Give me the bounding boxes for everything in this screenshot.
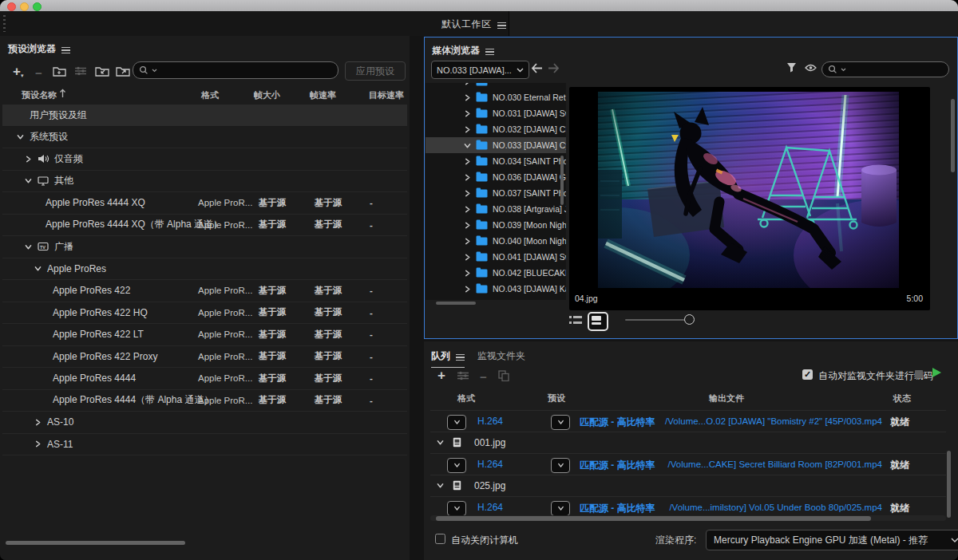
preset-row[interactable]: Apple ProRes 422 HQApple ProR...基于源基于源-: [2, 302, 407, 325]
stop-queue-button[interactable]: [915, 370, 923, 378]
job-output-path-link[interactable]: /Volume...imilstory] Vol.05 Under Boob 8…: [669, 503, 882, 512]
renderer-dropdown[interactable]: Mercury Playback Engine GPU 加速 (Metal) -…: [706, 530, 958, 550]
preview-vertical-scrollbar[interactable]: [951, 99, 955, 172]
chevron-closed-icon[interactable]: [464, 158, 471, 165]
queue-source-row[interactable]: 001.jpg: [430, 432, 946, 454]
preset-horizontal-scrollbar[interactable]: [6, 541, 185, 545]
media-panel-menu-icon[interactable]: [485, 49, 494, 55]
preset-dropdown-button[interactable]: [551, 501, 570, 516]
column-header-target-rate[interactable]: 目标速率: [369, 89, 404, 101]
tree-item[interactable]: NO.030 Eternal Return: [426, 89, 566, 105]
job-output-path-link[interactable]: /Volume...O.02 [DJAWA] "Bomistry #2" [45…: [665, 416, 882, 426]
remove-preset-button[interactable]: −: [35, 69, 42, 78]
preset-settings-icon[interactable]: [74, 66, 87, 76]
duplicate-job-icon[interactable]: [498, 370, 509, 381]
media-path-dropdown[interactable]: NO.033 [DJAWA]...: [431, 61, 529, 79]
preset-group-row[interactable]: 仅音频: [2, 148, 407, 171]
job-settings-icon[interactable]: [457, 371, 469, 381]
queue-source-row[interactable]: 025.jpg: [430, 475, 946, 497]
preset-row[interactable]: Apple ProRes 422 LTApple ProR...基于源基于源-: [2, 324, 407, 346]
add-preset-button[interactable]: +▾: [13, 65, 23, 79]
queue-hscroll-track[interactable]: [430, 515, 946, 521]
chevron-closed-icon[interactable]: [464, 83, 471, 85]
tree-vertical-scrollbar[interactable]: [560, 156, 564, 205]
preset-row[interactable]: Apple ProRes 422 ProxyApple ProR...基于源基于…: [2, 346, 407, 369]
column-header-frame-rate[interactable]: 帧速率: [310, 89, 336, 101]
queue-horizontal-scrollbar[interactable]: [436, 516, 871, 521]
queue-vertical-scrollbar[interactable]: [947, 451, 951, 518]
export-preset-icon[interactable]: [116, 65, 130, 77]
job-format-link[interactable]: H.264: [477, 459, 503, 470]
tab-queue[interactable]: 队列: [431, 349, 465, 363]
job-preset-link[interactable]: 匹配源 - 高比特率: [580, 459, 655, 472]
preset-dropdown-button[interactable]: [551, 458, 570, 473]
tree-item[interactable]: [426, 83, 566, 89]
chevron-open-icon[interactable]: [437, 439, 444, 446]
chevron-closed-icon[interactable]: [557, 419, 564, 426]
job-format-link[interactable]: H.264: [477, 416, 503, 427]
tree-item[interactable]: NO.031 [DJAWA] Swin: [426, 105, 566, 121]
preset-panel-menu-icon[interactable]: [61, 47, 70, 53]
column-header-preset-name[interactable]: 预设名称: [22, 89, 57, 101]
chevron-closed-icon[interactable]: [453, 419, 460, 426]
column-header-frame-size[interactable]: 帧大小: [254, 89, 280, 101]
chevron-closed-icon[interactable]: [464, 174, 471, 181]
tree-item[interactable]: NO.042 [BLUECAKE] K: [426, 265, 566, 281]
preset-group-row[interactable]: AS-10: [2, 412, 407, 434]
chevron-closed-icon[interactable]: [464, 110, 471, 117]
preset-row[interactable]: Apple ProRes 4444（带 Alpha 通道）Apple ProR.…: [2, 390, 407, 412]
chevron-closed-icon[interactable]: [453, 505, 460, 512]
preset-dropdown-button[interactable]: [551, 415, 570, 430]
chevron-closed-icon[interactable]: [557, 505, 564, 512]
tree-item[interactable]: NO.041 [DJAWA] Swim: [426, 249, 566, 265]
chevron-open-icon[interactable]: [17, 133, 24, 140]
thumbnail-size-slider[interactable]: [625, 319, 691, 321]
format-dropdown-button[interactable]: [447, 458, 466, 473]
media-search-input[interactable]: [821, 61, 949, 77]
chevron-closed-icon[interactable]: [34, 440, 42, 448]
chevron-closed-icon[interactable]: [464, 206, 471, 213]
workspace-switcher[interactable]: 默认工作区: [441, 18, 506, 31]
format-dropdown-button[interactable]: [447, 415, 466, 430]
tree-item[interactable]: NO.033 [DJAWA] Cyber: [426, 137, 566, 153]
panel-grabber-icon[interactable]: [3, 15, 6, 32]
auto-encode-checkbox[interactable]: ✓: [802, 369, 813, 380]
tree-item[interactable]: NO.034 [SAINT Photoli: [426, 153, 566, 169]
remove-job-button[interactable]: −: [480, 373, 487, 382]
preset-group-row[interactable]: Apple ProRes: [2, 258, 407, 281]
filter-icon[interactable]: [786, 62, 797, 73]
chevron-closed-icon[interactable]: [464, 286, 471, 293]
chevron-closed-icon[interactable]: [464, 190, 471, 197]
apply-preset-button[interactable]: 应用预设: [345, 61, 406, 81]
new-preset-group-icon[interactable]: [53, 65, 66, 77]
chevron-closed-icon[interactable]: [464, 254, 471, 261]
tab-watch-folders[interactable]: 监视文件夹: [477, 349, 525, 363]
format-dropdown-button[interactable]: [447, 501, 466, 516]
tree-item[interactable]: NO.036 [DJAWA] Gaml: [426, 169, 566, 185]
chevron-closed-icon[interactable]: [34, 419, 42, 426]
preset-group-row[interactable]: 系统预设: [2, 127, 407, 149]
sort-ascending-icon[interactable]: [59, 89, 66, 98]
chevron-open-icon[interactable]: [437, 482, 444, 489]
preset-search-input[interactable]: [133, 61, 338, 79]
close-window-button[interactable]: [7, 2, 16, 11]
preset-row[interactable]: Apple ProRes 4444 XQApple ProR...基于源基于源-: [2, 192, 407, 215]
preset-group-row[interactable]: 其他: [2, 171, 407, 193]
job-output-path-link[interactable]: /Volume...CAKE] Secret Billiard Room [82…: [668, 459, 882, 469]
tree-item[interactable]: NO.039 [Moon Night S: [426, 217, 566, 233]
chevron-open-icon[interactable]: [464, 142, 471, 149]
tree-item[interactable]: NO.043 [DJAWA] Katze: [426, 281, 566, 297]
thumbnail-view-icon[interactable]: [588, 312, 608, 331]
chevron-open-icon[interactable]: [34, 265, 42, 272]
chevron-open-icon[interactable]: [25, 243, 32, 250]
back-arrow-icon[interactable]: [531, 63, 543, 73]
import-preset-icon[interactable]: [95, 65, 109, 77]
thumbnail-size-slider-knob[interactable]: [684, 314, 695, 325]
preset-group-row[interactable]: AS-11: [2, 434, 407, 456]
forward-arrow-icon[interactable]: [548, 63, 560, 73]
list-view-icon[interactable]: [569, 315, 582, 325]
auto-shutdown-checkbox[interactable]: [435, 534, 445, 544]
tree-item[interactable]: NO.032 [DJAWA] Class: [426, 121, 566, 137]
job-preset-link[interactable]: 匹配源 - 高比特率: [580, 502, 655, 515]
chevron-open-icon[interactable]: [25, 177, 32, 184]
